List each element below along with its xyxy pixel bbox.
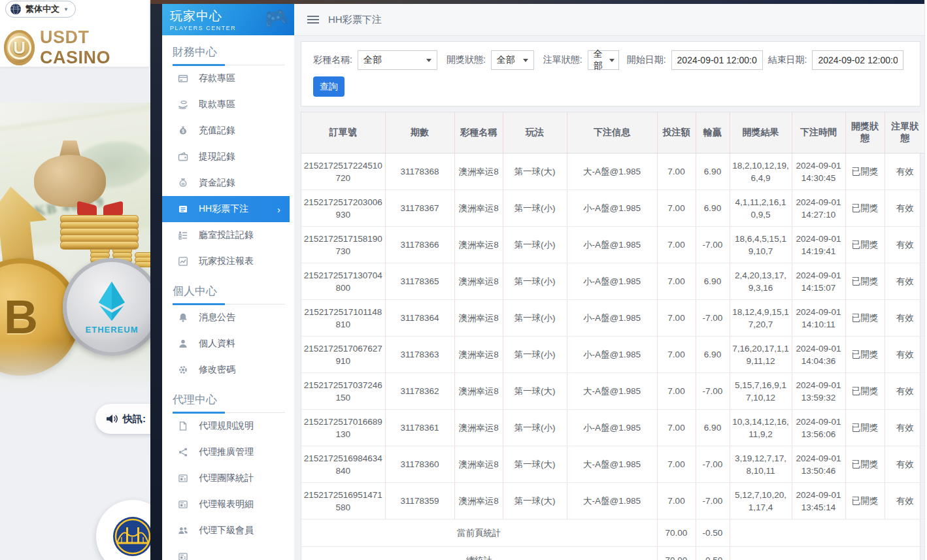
table-row: 215217251713070480031178365澳洲幸运8第一球(小)小-… (301, 263, 925, 300)
cell-bet-time: 2024-09-01 13:56:06 (792, 410, 845, 446)
background-band (150, 0, 162, 560)
cell-play-type: 第一球(大) (503, 373, 567, 410)
cell-order-status: 有效 (885, 227, 925, 263)
summary-empty (730, 519, 925, 547)
draw-status-filter-label: 開獎狀態: (447, 54, 486, 66)
cell-bet-info: 小-A盤@1.985 (567, 263, 657, 300)
cell-lottery-name: 澳洲幸运8 (454, 446, 503, 483)
bet-table-container: 訂單號期數彩種名稱玩法下注信息投注額輸贏開獎結果下注時間開獎狀態注單狀態2152… (301, 112, 920, 560)
news-ticker[interactable]: 快訊: (95, 404, 150, 434)
divider-strip (0, 68, 149, 103)
cell-bet-time: 2024-09-01 14:19:41 (792, 227, 845, 263)
sidebar-item-document[interactable]: 代理規則說明› (162, 413, 294, 439)
brand-card: 繁体中文 ▼ U USDT CASINO (0, 0, 149, 67)
cell-order-no: 2152172517224510720 (301, 154, 385, 190)
sidebar-item-team-stats[interactable]: 代理團隊統計› (162, 465, 294, 491)
cell-win-loss: 6.90 (696, 263, 730, 300)
cell-draw-result: 4,1,11,2,16,10,9,5 (730, 190, 792, 227)
sidebar-item-room-bet-record[interactable]: 廳室投註記錄› (162, 222, 294, 248)
cell-win-loss: -7.00 (696, 483, 730, 519)
cell-bet-amount: 7.00 (657, 154, 696, 190)
sidebar-item-label: 消息公告 (199, 312, 235, 323)
sidebar-item-withdraw-record[interactable]: 提現記錄› (162, 144, 294, 170)
deposit-card-icon (178, 73, 188, 84)
cell-lottery-name: 澳洲幸运8 (454, 483, 503, 519)
sidebar-item-deposit-card[interactable]: 存款專區› (162, 65, 294, 91)
sidebar-item-player-report[interactable]: 玩家投注報表› (162, 248, 294, 274)
language-selector[interactable]: 繁体中文 ▼ (5, 1, 76, 18)
recharge-bag-icon: $ (178, 125, 188, 136)
end-date-input[interactable] (812, 50, 903, 70)
sidebar-item-label: 廳室投註記錄 (199, 229, 254, 241)
sidebar-item-user[interactable]: 個人資料› (162, 331, 294, 357)
sidebar-item-label: 資金記錄 (199, 177, 235, 189)
sidebar-item-report-detail[interactable]: 代理報表明細› (162, 491, 294, 518)
lottery-select[interactable]: 全部 (358, 50, 437, 70)
gamepad-icon: 🎮 (261, 4, 290, 31)
lottery-filter-label: 彩種名稱: (313, 54, 352, 66)
cell-period: 31178364 (385, 300, 454, 337)
brand-coin-icon: U (4, 30, 35, 65)
cell-win-loss: -7.00 (696, 446, 730, 483)
cell-period: 31178365 (385, 263, 454, 300)
column-header-win-loss: 輸贏 (696, 112, 730, 154)
cell-draw-status: 已開獎 (845, 337, 885, 373)
column-header-draw-result: 開獎結果 (730, 112, 792, 154)
cell-order-no: 2152172517101148810 (301, 300, 385, 337)
report-detail-icon (178, 552, 188, 560)
gear-icon (178, 365, 188, 375)
room-bet-record-icon (178, 230, 188, 240)
sidebar-item-label: 充值記錄 (199, 125, 235, 137)
main-panel: HH彩票下注 彩種名稱: 全部 開獎狀態: 全部 注單狀態: 全部 開始日期: … (294, 4, 927, 560)
left-promo-panel: 繁体中文 ▼ U USDT CASINO KB 46279 (0, 0, 150, 560)
summary-bet-total: 70.00 (657, 519, 696, 547)
sidebar-item-gear[interactable]: 修改密碼› (162, 357, 294, 383)
sidebar-item-report-detail[interactable]: › (162, 544, 294, 560)
sidebar-item-label: 代理團隊統計 (199, 472, 254, 484)
cell-win-loss: 6.90 (696, 154, 730, 190)
cell-lottery-name: 澳洲幸运8 (454, 263, 503, 300)
column-header-lottery-name: 彩種名稱 (454, 112, 503, 154)
menu-toggle-icon[interactable] (307, 14, 319, 25)
cell-order-status: 有效 (885, 190, 925, 227)
sidebar-section-title: 財務中心 (173, 44, 285, 65)
cell-win-loss: 6.90 (696, 337, 730, 373)
cell-lottery-name: 澳洲幸运8 (454, 300, 503, 337)
sidebar-item-withdraw-hand[interactable]: 取款專區› (162, 91, 294, 118)
table-row: 215217251703724615031178362澳洲幸运8第一球(大)大-… (301, 373, 925, 410)
document-icon (178, 421, 188, 431)
cell-bet-amount: 7.00 (657, 446, 696, 483)
sidebar-item-funds-record[interactable]: 資金記錄› (162, 170, 294, 196)
sidebar-item-label: 個人資料 (199, 338, 235, 350)
sidebar-item-share[interactable]: 代理推廣管理› (162, 439, 294, 465)
promo-photo: KB 46279 B ETHEREUM (0, 103, 150, 400)
cell-bet-info: 小-A盤@1.985 (567, 300, 657, 337)
player-report-icon (178, 256, 188, 267)
sidebar-item-recharge-bag[interactable]: $充值記錄› (162, 118, 294, 144)
page-scrollbar[interactable] (924, 0, 927, 560)
cell-bet-info: 小-A盤@1.985 (567, 190, 657, 227)
summary-bet-total: 70.00 (657, 547, 696, 560)
start-date-input[interactable] (671, 50, 763, 70)
chat-widget[interactable] (96, 500, 150, 560)
cell-play-type: 第一球(大) (503, 154, 567, 190)
sidebar-item-members[interactable]: 代理下級會員› (162, 518, 294, 544)
cell-period: 31178368 (385, 154, 454, 190)
draw-status-select[interactable]: 全部 (491, 50, 534, 70)
order-status-select[interactable]: 全部 (588, 50, 619, 70)
table-row: 215217251701668913031178361澳洲幸运8第一球(小)小-… (301, 410, 925, 446)
sidebar-item-lottery-bet[interactable]: HH彩票下注› (162, 196, 290, 222)
sidebar-item-label: 代理報表明細 (199, 499, 254, 510)
sidebar-item-bell[interactable]: 消息公告› (162, 305, 294, 331)
cell-bet-info: 大-A盤@1.985 (567, 373, 657, 410)
cell-period: 31178361 (385, 410, 454, 446)
withdraw-hand-icon (178, 99, 188, 110)
summary-label: 當前頁統計 (301, 519, 657, 547)
table-row: 215217251715819073031178366澳洲幸运8第一球(小)小-… (301, 227, 925, 263)
order-status-filter-label: 注單狀態: (543, 54, 582, 66)
cell-win-loss: 6.90 (696, 190, 730, 227)
cell-bet-amount: 7.00 (657, 263, 696, 300)
cell-draw-status: 已開獎 (845, 483, 885, 519)
cell-bet-time: 2024-09-01 14:04:36 (792, 337, 845, 373)
search-button[interactable]: 查詢 (313, 76, 345, 97)
